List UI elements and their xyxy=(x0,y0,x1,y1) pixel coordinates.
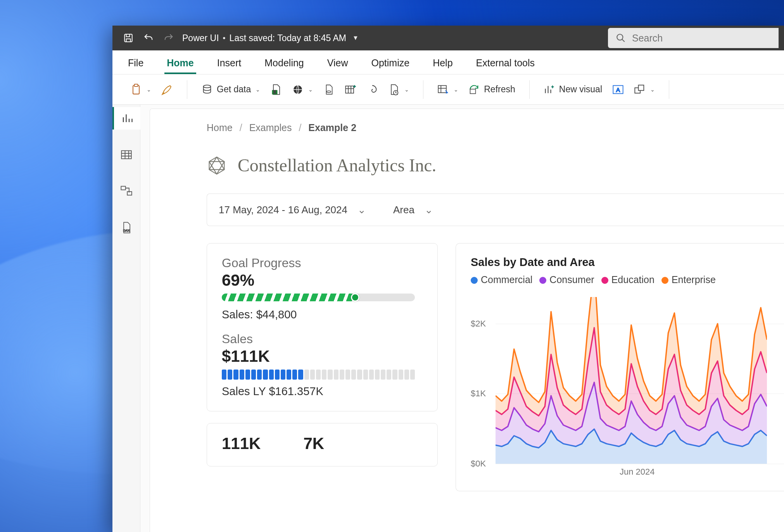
svg-text:A: A xyxy=(616,86,620,93)
swirl-icon xyxy=(366,84,378,95)
crumb-home[interactable]: Home xyxy=(207,122,233,133)
kpi-goal-label: Goal Progress xyxy=(222,256,423,270)
svg-rect-19 xyxy=(127,192,131,195)
legend-item[interactable]: Education xyxy=(601,274,654,285)
chart-card[interactable]: Sales by Date and Area CommercialConsume… xyxy=(456,243,784,491)
page-title: Constellation Analytics Inc. xyxy=(238,155,436,176)
search-icon xyxy=(616,33,626,43)
chevron-down-icon: ⌄ xyxy=(357,204,366,216)
chevron-down-icon: ▼ xyxy=(352,35,359,41)
filter-dimension[interactable]: Area ⌄ xyxy=(393,204,433,216)
crumb-examples[interactable]: Examples xyxy=(249,122,292,133)
dataverse-button[interactable] xyxy=(363,81,381,98)
shapes-icon xyxy=(634,84,646,95)
kpi-sales-ly: Sales LY $161.357K xyxy=(222,385,423,398)
kpi-goal-value: 69% xyxy=(222,271,423,290)
legend-item[interactable]: Commercial xyxy=(471,274,532,285)
textbox-icon: A xyxy=(612,84,624,95)
excel-source-button[interactable]: X xyxy=(267,81,285,98)
segment-bar xyxy=(222,370,415,380)
new-visual-label: New visual xyxy=(559,84,602,95)
menu-modeling[interactable]: Modeling xyxy=(262,57,306,74)
kpi-sales-value: $111K xyxy=(222,347,423,366)
recent-sources-button[interactable]: ⌄ xyxy=(385,81,412,98)
menu-external-tools[interactable]: External tools xyxy=(474,57,537,74)
save-icon[interactable] xyxy=(122,31,135,45)
chevron-down-icon: ⌄ xyxy=(454,86,458,93)
menu-home[interactable]: Home xyxy=(164,57,196,74)
chevron-down-icon: ⌄ xyxy=(650,86,655,93)
crumb-current: Example 2 xyxy=(308,122,356,133)
svg-point-4 xyxy=(204,85,211,88)
y-tick: $2K xyxy=(471,319,486,329)
svg-point-8 xyxy=(327,91,331,92)
menu-insert[interactable]: Insert xyxy=(215,57,244,74)
menu-view[interactable]: View xyxy=(325,57,351,74)
more-visuals-button[interactable]: ⌄ xyxy=(631,81,658,98)
rail-data-view[interactable] xyxy=(112,143,140,166)
y-tick: $1K xyxy=(471,389,486,399)
chevron-down-icon: ⌄ xyxy=(404,86,409,93)
brush-icon xyxy=(161,84,173,95)
paste-button[interactable]: ⌄ xyxy=(127,81,154,98)
svg-rect-18 xyxy=(121,186,125,190)
kpi-sales-text: Sales: $44,800 xyxy=(222,308,423,321)
sql-source-button[interactable] xyxy=(320,81,338,98)
document-db-icon xyxy=(323,84,335,95)
legend-item[interactable]: Consumer xyxy=(539,274,594,285)
svg-point-1 xyxy=(617,34,623,40)
app-name: Power UI xyxy=(182,33,219,43)
breadcrumb: Home / Examples / Example 2 xyxy=(207,122,784,133)
crumb-sep: / xyxy=(299,122,301,133)
menu-file[interactable]: File xyxy=(126,57,146,74)
filter-bar: 17 May, 2024 - 16 Aug, 2024 ⌄ Area ⌄ xyxy=(207,193,784,226)
svg-rect-16 xyxy=(639,85,644,90)
filter-date-label: 17 May, 2024 - 16 Aug, 2024 xyxy=(219,204,347,216)
report-canvas[interactable]: Home / Examples / Example 2 Constellatio… xyxy=(150,109,784,532)
crumb-sep: / xyxy=(240,122,242,133)
table-plus-icon xyxy=(345,84,356,95)
document-clock-icon xyxy=(388,84,400,95)
svg-rect-0 xyxy=(124,34,132,42)
chart-title: Sales by Date and Area xyxy=(471,256,784,269)
transform-data-button[interactable]: ⌄ xyxy=(434,81,461,98)
enter-data-button[interactable] xyxy=(342,81,359,98)
svg-rect-2 xyxy=(133,85,139,94)
new-visual-button[interactable]: New visual xyxy=(541,81,605,98)
chevron-down-icon: ⌄ xyxy=(256,86,260,93)
database-icon xyxy=(201,84,213,95)
legend-item[interactable]: Enterprise xyxy=(661,274,716,285)
filter-date-range[interactable]: 17 May, 2024 - 16 Aug, 2024 ⌄ xyxy=(219,204,366,216)
get-data-button[interactable]: Get data ⌄ xyxy=(198,81,263,98)
app-window: Power UI • Last saved: Today at 8:45 AM … xyxy=(112,26,784,532)
canvas-wrap: Home / Examples / Example 2 Constellatio… xyxy=(140,105,784,532)
rail-dax-view[interactable]: DAX xyxy=(112,216,140,239)
kpi-card-secondary[interactable]: 111K 7K xyxy=(207,423,438,466)
search-box[interactable] xyxy=(608,28,779,48)
rail-report-view[interactable] xyxy=(112,107,140,130)
search-input[interactable] xyxy=(632,33,771,44)
refresh-button[interactable]: Refresh xyxy=(465,81,518,98)
title-text[interactable]: Power UI • Last saved: Today at 8:45 AM … xyxy=(182,33,359,43)
text-box-button[interactable]: A xyxy=(609,81,627,98)
company-logo-icon xyxy=(207,155,227,176)
refresh-label: Refresh xyxy=(484,84,515,95)
kpi2-value-1: 111K xyxy=(222,434,261,453)
undo-icon[interactable] xyxy=(142,31,155,45)
menu-optimize[interactable]: Optimize xyxy=(369,57,412,74)
excel-file-icon: X xyxy=(270,84,282,95)
separator-dot: • xyxy=(223,34,226,43)
filter-dim-label: Area xyxy=(393,204,414,216)
data-hub-button[interactable]: ⌄ xyxy=(289,81,316,98)
chart-body: $2K $1K $0K Jun 2024 xyxy=(471,297,784,464)
svg-rect-12 xyxy=(470,89,476,93)
svg-text:DAX: DAX xyxy=(123,229,130,232)
chart-legend: CommercialConsumerEducationEnterprise xyxy=(471,274,784,285)
kpi-card-goal[interactable]: Goal Progress 69% Sales: $44,800 Sales $… xyxy=(207,243,438,411)
title-bar: Power UI • Last saved: Today at 8:45 AM … xyxy=(112,26,784,50)
kpi-sales-label: Sales xyxy=(222,332,423,346)
redo-icon[interactable] xyxy=(162,31,175,45)
rail-model-view[interactable] xyxy=(112,180,140,202)
menu-help[interactable]: Help xyxy=(430,57,455,74)
format-painter-button[interactable] xyxy=(158,81,176,98)
